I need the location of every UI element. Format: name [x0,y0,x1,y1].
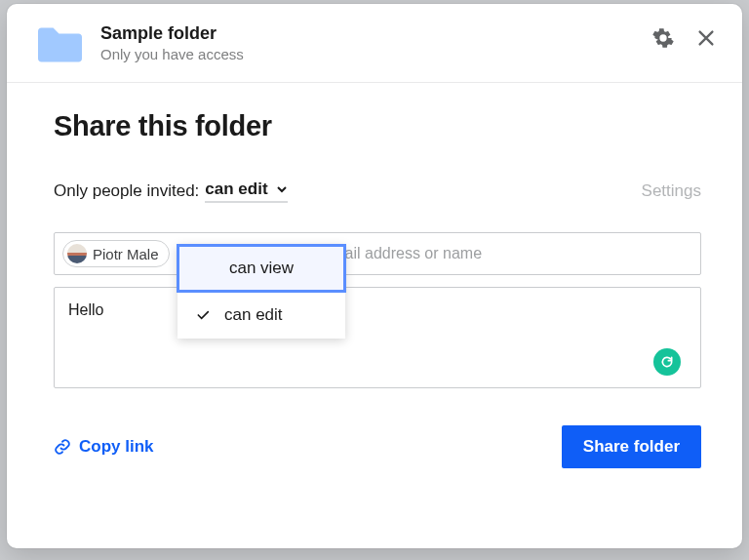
modal-body: Share this folder Only people invited: c… [7,83,742,398]
share-modal: Sample folder Only you have access Share… [7,4,742,548]
check-icon [195,307,211,323]
dropdown-option-label: can edit [224,305,283,325]
dropdown-option-can-edit[interactable]: can edit [177,292,345,339]
chevron-down-icon [276,183,288,195]
folder-icon [36,25,83,64]
permission-dropdown-menu: can view can edit [177,245,345,339]
permission-current: can edit [205,180,267,199]
modal-header: Sample folder Only you have access [7,4,742,83]
link-icon [54,438,71,456]
close-icon[interactable] [695,27,717,49]
permission-prefix: Only people invited: [54,181,199,201]
grammarly-icon[interactable] [653,348,681,376]
header-text: Sample folder Only you have access [100,23,652,62]
dropdown-option-label: can view [229,259,294,278]
message-textarea[interactable]: Hello [54,287,701,388]
share-folder-button[interactable]: Share folder [562,425,701,468]
avatar [67,244,87,263]
share-title: Share this folder [54,110,701,142]
gear-icon[interactable] [652,27,674,49]
permission-row: Only people invited: can edit Settings [54,180,701,203]
folder-title: Sample folder [100,23,652,44]
access-subtitle: Only you have access [100,46,652,62]
dropdown-option-can-view[interactable]: can view [177,245,345,292]
copy-link-label: Copy link [79,437,154,457]
header-actions [652,27,717,49]
permission-left: Only people invited: can edit [54,180,288,203]
recipient-chip-label: Piotr Male [93,246,159,262]
copy-link-button[interactable]: Copy link [54,437,154,457]
recipients-placeholder: ail address or name [345,245,483,262]
recipients-input[interactable]: Piotr Male ail address or name [54,232,701,275]
recipient-chip[interactable]: Piotr Male [62,240,170,267]
modal-footer: Copy link Share folder [7,398,742,468]
settings-link[interactable]: Settings [642,181,701,201]
permission-dropdown-trigger[interactable]: can edit [205,180,287,203]
message-text: Hello [68,301,103,318]
